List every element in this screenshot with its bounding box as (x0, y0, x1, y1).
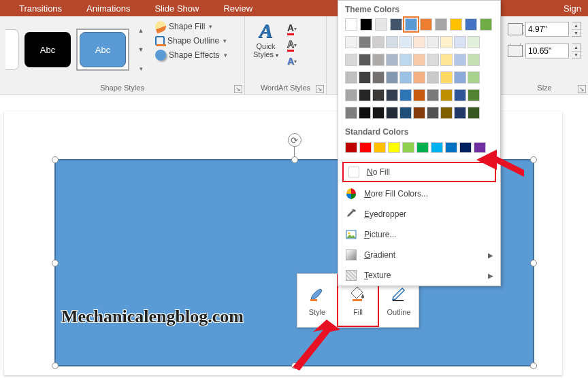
color-swatch[interactable] (399, 54, 412, 66)
color-swatch[interactable] (372, 54, 385, 66)
height-input[interactable]: 4.97" (525, 22, 569, 37)
color-swatch[interactable] (390, 18, 402, 31)
color-swatch[interactable] (427, 89, 439, 101)
color-swatch[interactable] (372, 107, 385, 119)
resize-handle[interactable] (52, 362, 59, 369)
color-swatch[interactable] (468, 89, 480, 101)
color-swatch[interactable] (345, 71, 357, 84)
color-swatch[interactable] (416, 142, 429, 153)
resize-handle[interactable] (530, 260, 537, 267)
tab-animations[interactable]: Animations (74, 1, 142, 16)
picture-item[interactable]: Picture... (338, 224, 500, 245)
gradient-item[interactable]: Gradient ▶ (338, 245, 500, 265)
text-fill-button[interactable]: A▾ (285, 22, 299, 35)
dialog-launcher-wordart[interactable]: ↘ (316, 85, 324, 93)
color-swatch[interactable] (399, 89, 412, 101)
color-swatch[interactable] (427, 54, 439, 66)
color-swatch[interactable] (445, 142, 457, 153)
color-swatch[interactable] (454, 36, 466, 48)
color-swatch[interactable] (440, 54, 453, 66)
color-swatch[interactable] (440, 71, 453, 84)
dialog-launcher-size[interactable]: ↘ (578, 85, 586, 93)
color-swatch[interactable] (372, 36, 385, 48)
color-swatch[interactable] (468, 107, 480, 119)
tab-slideshow[interactable]: Slide Show (142, 1, 211, 16)
color-swatch[interactable] (399, 71, 412, 84)
dialog-launcher-shape-styles[interactable]: ↘ (234, 85, 242, 93)
color-swatch[interactable] (413, 89, 425, 101)
color-swatch[interactable] (386, 71, 398, 84)
color-swatch[interactable] (440, 107, 453, 119)
color-swatch[interactable] (359, 89, 371, 101)
color-swatch[interactable] (399, 36, 412, 48)
color-swatch[interactable] (454, 71, 466, 84)
color-swatch[interactable] (427, 107, 439, 119)
color-swatch[interactable] (345, 54, 357, 66)
color-swatch[interactable] (480, 18, 492, 31)
color-swatch[interactable] (440, 36, 453, 48)
color-swatch[interactable] (386, 89, 398, 101)
color-swatch[interactable] (359, 36, 371, 48)
no-fill-item[interactable]: No Fill (342, 162, 496, 182)
color-swatch[interactable] (427, 36, 439, 48)
gallery-scroll[interactable]: ▲ ▼ ▾ (136, 22, 146, 78)
color-swatch[interactable] (454, 89, 466, 101)
width-spinner[interactable]: ▲▼ (572, 44, 581, 58)
color-swatch[interactable] (450, 18, 462, 31)
color-swatch[interactable] (345, 89, 357, 101)
color-swatch[interactable] (359, 107, 371, 119)
color-swatch[interactable] (413, 54, 425, 66)
color-swatch[interactable] (372, 71, 385, 84)
color-swatch[interactable] (405, 18, 417, 31)
color-swatch[interactable] (431, 142, 443, 153)
text-effects-button[interactable]: A▾ (285, 54, 299, 68)
color-swatch[interactable] (345, 142, 357, 153)
shape-outline-button[interactable]: Shape Outline ▾ (154, 35, 229, 46)
color-swatch[interactable] (375, 18, 387, 31)
color-swatch[interactable] (359, 54, 371, 66)
color-swatch[interactable] (420, 18, 432, 31)
color-swatch[interactable] (413, 71, 425, 84)
width-input[interactable]: 10.65" (525, 44, 569, 58)
style-thumb-prev[interactable] (5, 29, 19, 70)
color-swatch[interactable] (359, 71, 371, 84)
text-outline-button[interactable]: A▾ (285, 38, 299, 52)
color-swatch[interactable] (413, 36, 425, 48)
color-swatch[interactable] (402, 142, 414, 153)
tab-review[interactable]: Review (211, 1, 265, 16)
style-thumb-1[interactable]: Abc (24, 32, 71, 67)
rotation-handle[interactable]: ⟳ (288, 133, 301, 147)
style-gallery[interactable]: Abc Abc ▲ ▼ ▾ (5, 19, 146, 78)
tab-signin[interactable]: Sign (551, 1, 588, 16)
gallery-more-icon[interactable]: ▾ (136, 60, 146, 78)
color-swatch[interactable] (468, 54, 480, 66)
color-swatch[interactable] (386, 107, 398, 119)
color-swatch[interactable] (399, 107, 412, 119)
color-swatch[interactable] (374, 142, 386, 153)
color-swatch[interactable] (427, 71, 439, 84)
color-swatch[interactable] (468, 71, 480, 84)
gallery-down-icon[interactable]: ▼ (136, 41, 146, 58)
color-swatch[interactable] (372, 89, 385, 101)
color-swatch[interactable] (386, 36, 398, 48)
color-swatch[interactable] (360, 18, 372, 31)
eyedropper-item[interactable]: Eyedropper (338, 204, 500, 224)
color-swatch[interactable] (454, 54, 466, 66)
resize-handle[interactable] (52, 260, 59, 267)
color-swatch[interactable] (440, 89, 453, 101)
color-swatch[interactable] (345, 107, 357, 119)
color-swatch[interactable] (454, 107, 466, 119)
color-swatch[interactable] (388, 142, 400, 153)
shape-fill-button[interactable]: Shape Fill ▾ (154, 20, 229, 33)
shape-effects-button[interactable]: Shape Effects ▾ (154, 49, 229, 61)
color-swatch[interactable] (413, 107, 425, 119)
color-swatch[interactable] (468, 36, 480, 48)
color-swatch[interactable] (345, 36, 357, 48)
color-swatch[interactable] (359, 142, 372, 153)
style-thumb-selected[interactable]: Abc (76, 29, 129, 71)
resize-handle[interactable] (530, 362, 537, 369)
height-spinner[interactable]: ▲▼ (572, 22, 581, 37)
color-swatch[interactable] (435, 18, 447, 31)
resize-handle[interactable] (530, 156, 537, 163)
resize-handle[interactable] (291, 156, 298, 163)
